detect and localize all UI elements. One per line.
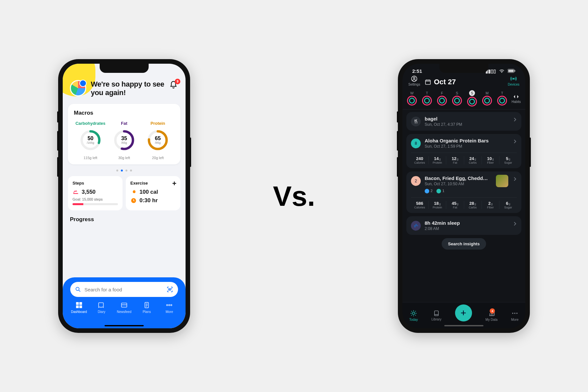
macro-remaining: 115g left xyxy=(74,156,107,160)
svg-rect-25 xyxy=(514,70,515,72)
progress-title: Progress xyxy=(63,210,186,223)
svg-point-27 xyxy=(414,77,415,79)
svg-point-32 xyxy=(512,313,514,314)
search-input[interactable] xyxy=(85,287,163,292)
broadcast-icon xyxy=(510,75,517,82)
habits-button[interactable]: Habits xyxy=(512,93,521,104)
chevron-right-icon xyxy=(514,139,517,145)
tab-today[interactable]: Today xyxy=(409,310,418,321)
svg-rect-15 xyxy=(79,302,81,304)
steps-title: Steps xyxy=(73,181,118,186)
barcode-icon[interactable] xyxy=(166,286,173,293)
activity-ring-icon xyxy=(467,97,477,106)
notifications-button[interactable]: 9 xyxy=(169,81,178,90)
vs-text: Vs. xyxy=(273,180,315,212)
avatar[interactable] xyxy=(70,80,86,96)
macro-ring: 35 /65g xyxy=(112,128,136,152)
svg-text:/165g: /165g xyxy=(87,141,94,144)
macro-0: Carbohydrates 50 /165g 115g left xyxy=(74,121,107,160)
phone-left: We're so happy to see you again! 9 Macro… xyxy=(58,59,190,333)
svg-text:/85g: /85g xyxy=(155,141,161,144)
tab-plans[interactable]: Plans xyxy=(136,302,158,314)
steps-tile[interactable]: Steps 3,550 Goal: 15,000 steps xyxy=(68,176,122,210)
search-bar[interactable] xyxy=(70,282,178,297)
date-picker[interactable]: Oct 27 xyxy=(425,78,456,86)
tab-library[interactable]: Library xyxy=(432,310,442,321)
reactions: 2 1 xyxy=(425,189,517,193)
settings-button[interactable]: Settings xyxy=(408,75,420,86)
more-icon xyxy=(166,302,173,309)
chevron-right-icon xyxy=(514,117,517,123)
day-6[interactable]: T xyxy=(495,91,509,106)
macro-2: Protein 65 /85g 20g left xyxy=(141,121,174,160)
utensils-icon xyxy=(411,117,421,126)
search-insights-button[interactable]: Search insights xyxy=(442,238,486,250)
svg-point-22 xyxy=(171,304,172,306)
book-icon xyxy=(433,310,440,317)
feed-item-3[interactable]: 💤 8h 42min sleep2:08 AM xyxy=(406,216,521,235)
feed-item-1[interactable]: 8 Aloha Organic Protein BarsSun, Oct 27,… xyxy=(406,134,521,168)
macros-title: Macros xyxy=(74,110,174,116)
tab-more[interactable]: More xyxy=(158,302,181,314)
day-5[interactable]: M xyxy=(480,91,494,106)
feed-item-2[interactable]: 2 Bacon, Fried Egg, Chedd…Sun, Oct 27, 1… xyxy=(406,172,521,213)
activity-ring-icon xyxy=(407,96,417,106)
macros-card[interactable]: Macros Carbohydrates 50 /165g 115g left … xyxy=(68,104,180,164)
battery-icon xyxy=(508,68,515,74)
nutrition-row: 586Calories 18gProtein 45gFat 28gCarbs 2… xyxy=(411,197,517,209)
mydata-badge: 4 xyxy=(490,308,495,314)
tab-mydata[interactable]: 4 My Data xyxy=(485,310,498,321)
svg-text:/65g: /65g xyxy=(121,141,127,144)
macro-label: Fat xyxy=(107,121,141,126)
activity-ring-icon xyxy=(422,96,432,106)
add-exercise-button[interactable]: + xyxy=(172,179,176,188)
svg-point-21 xyxy=(169,304,170,306)
bottom-nav: Dashboard Diary Newsfeed Plans More xyxy=(63,277,186,328)
svg-point-33 xyxy=(514,313,515,314)
dashboard-icon xyxy=(75,302,83,309)
nav-arrows-icon xyxy=(513,93,519,100)
devices-button[interactable]: Devices xyxy=(508,75,519,86)
svg-text:65: 65 xyxy=(155,135,161,141)
fab-add-button[interactable]: + xyxy=(455,304,472,321)
svg-rect-24 xyxy=(508,70,514,72)
exercise-tile[interactable]: Exercise + 100 cal 0:30 hr xyxy=(126,176,180,210)
day-4[interactable]: S xyxy=(465,90,479,106)
food-thumbnail xyxy=(496,175,508,187)
notif-badge: 9 xyxy=(175,79,180,84)
sleep-icon: 💤 xyxy=(411,221,421,231)
day-3[interactable]: S xyxy=(450,91,464,106)
svg-rect-16 xyxy=(76,306,78,308)
status-time: 2:51 xyxy=(412,68,422,74)
day-2[interactable]: F xyxy=(435,91,449,106)
svg-point-34 xyxy=(516,313,517,314)
tab-dashboard[interactable]: Dashboard xyxy=(68,302,90,314)
svg-text:50: 50 xyxy=(88,135,93,141)
app-gyroscope: 2:51 ▮▮▯▯ Settings xyxy=(402,64,525,328)
week-selector[interactable]: W T F S S M T Habits xyxy=(402,89,525,109)
tab-more[interactable]: More xyxy=(511,310,518,321)
svg-point-30 xyxy=(412,312,415,314)
steps-goal: Goal: 15,000 steps xyxy=(73,197,118,201)
sun-icon xyxy=(410,310,417,317)
day-0[interactable]: W xyxy=(405,91,419,106)
shoe-icon xyxy=(73,189,79,195)
newsfeed-icon xyxy=(121,302,128,309)
macro-ring: 65 /85g xyxy=(146,128,170,152)
activity-ring-icon xyxy=(452,96,462,106)
tab-newsfeed[interactable]: Newsfeed xyxy=(113,302,135,314)
score-badge: 2 xyxy=(411,176,421,186)
plans-icon xyxy=(143,302,150,309)
feed-item-0[interactable]: bagelSun, Oct 27, 4:37 PM xyxy=(406,112,521,131)
person-circle-icon xyxy=(411,75,417,82)
nutrition-row: 240Calories 14gProtein 12gFat 24gCarbs 1… xyxy=(411,153,517,164)
svg-point-13 xyxy=(76,287,79,290)
page-dots[interactable] xyxy=(63,170,186,172)
tab-diary[interactable]: Diary xyxy=(90,302,113,314)
wifi-icon xyxy=(499,68,506,74)
day-1[interactable]: T xyxy=(420,91,434,106)
svg-point-29 xyxy=(513,78,514,79)
feed-list: bagelSun, Oct 27, 4:37 PM 8 Aloha Organi… xyxy=(402,109,525,235)
macro-remaining: 30g left xyxy=(107,156,141,160)
score-badge: 8 xyxy=(411,139,421,148)
